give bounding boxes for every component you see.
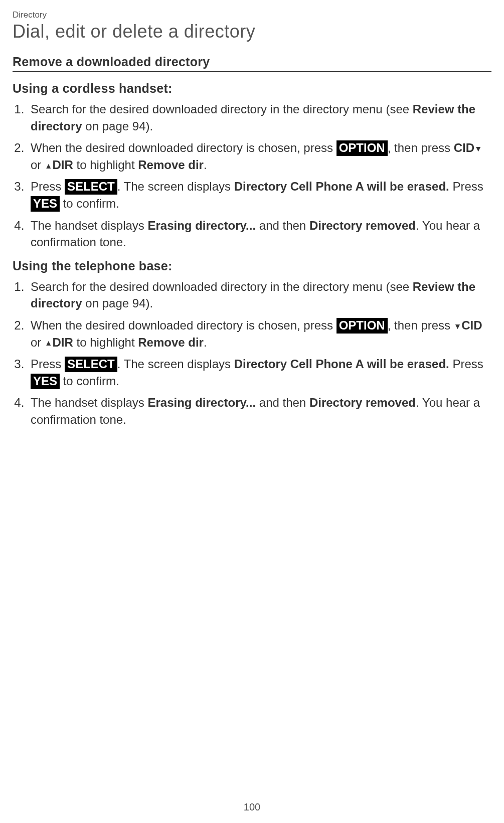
text: Press	[449, 180, 483, 193]
remove-dir-option: Remove dir	[138, 158, 204, 172]
option-button: OPTION	[337, 140, 388, 156]
handset-step-2: When the desired downloaded directory is…	[28, 139, 491, 173]
up-arrow-icon	[45, 158, 52, 172]
text: Press	[31, 357, 65, 371]
dir-key: DIR	[52, 336, 73, 349]
text: Search for the desired downloaded direct…	[31, 102, 413, 116]
page-title: Dial, edit or delete a directory	[13, 21, 491, 42]
text: to confirm.	[60, 197, 119, 210]
text: . The screen displays	[117, 357, 234, 371]
cid-key: CID	[461, 318, 482, 332]
yes-button: YES	[31, 374, 60, 389]
text: Search for the desired downloaded direct…	[31, 280, 413, 293]
down-arrow-icon	[454, 318, 461, 332]
select-button: SELECT	[65, 179, 117, 195]
text: . The screen displays	[117, 180, 234, 193]
cid-key: CID	[454, 141, 474, 154]
handset-steps: Search for the desired downloaded direct…	[28, 101, 491, 251]
text: on page 94).	[82, 296, 153, 310]
text: and then	[256, 396, 309, 409]
erase-message: Directory Cell Phone A will be erased.	[234, 180, 449, 193]
handset-step-3: Press SELECT. The screen displays Direct…	[28, 178, 491, 212]
removed-message: Directory removed	[309, 396, 416, 409]
text: The handset displays	[31, 219, 147, 232]
page-number: 100	[244, 801, 260, 813]
text: , then press	[388, 318, 454, 332]
option-button: OPTION	[337, 318, 388, 334]
base-step-4: The handset displays Erasing directory..…	[28, 394, 491, 428]
handset-step-4: The handset displays Erasing directory..…	[28, 217, 491, 251]
base-steps: Search for the desired downloaded direct…	[28, 278, 491, 428]
text: to highlight	[73, 158, 138, 172]
removed-message: Directory removed	[309, 219, 416, 232]
text: Press	[31, 180, 65, 193]
down-arrow-icon	[474, 141, 482, 154]
text: on page 94).	[82, 119, 153, 133]
erasing-message: Erasing directory...	[147, 219, 256, 232]
base-step-1: Search for the desired downloaded direct…	[28, 278, 491, 312]
dir-key: DIR	[52, 158, 73, 172]
text: Press	[449, 357, 483, 371]
base-step-2: When the desired downloaded directory is…	[28, 317, 491, 351]
base-heading: Using the telephone base:	[13, 259, 491, 273]
erase-message: Directory Cell Phone A will be erased.	[234, 357, 449, 371]
text: When the desired downloaded directory is…	[31, 318, 337, 332]
text: to highlight	[73, 336, 138, 349]
yes-button: YES	[31, 196, 60, 212]
base-step-3: Press SELECT. The screen displays Direct…	[28, 356, 491, 389]
remove-dir-option: Remove dir	[138, 336, 204, 349]
text: , then press	[388, 141, 454, 154]
up-arrow-icon	[45, 336, 52, 349]
text: and then	[256, 219, 309, 232]
text: .	[204, 336, 207, 349]
chapter-title: Directory	[13, 10, 491, 20]
text: or	[31, 158, 45, 172]
handset-heading: Using a cordless handset:	[13, 81, 491, 96]
section-heading: Remove a downloaded directory	[13, 55, 491, 72]
handset-step-1: Search for the desired downloaded direct…	[28, 101, 491, 134]
text: to confirm.	[60, 374, 119, 388]
erasing-message: Erasing directory...	[147, 396, 256, 409]
text: When the desired downloaded directory is…	[31, 141, 337, 154]
text: .	[204, 158, 207, 172]
text: The handset displays	[31, 396, 147, 409]
select-button: SELECT	[65, 357, 117, 372]
text: or	[31, 336, 45, 349]
